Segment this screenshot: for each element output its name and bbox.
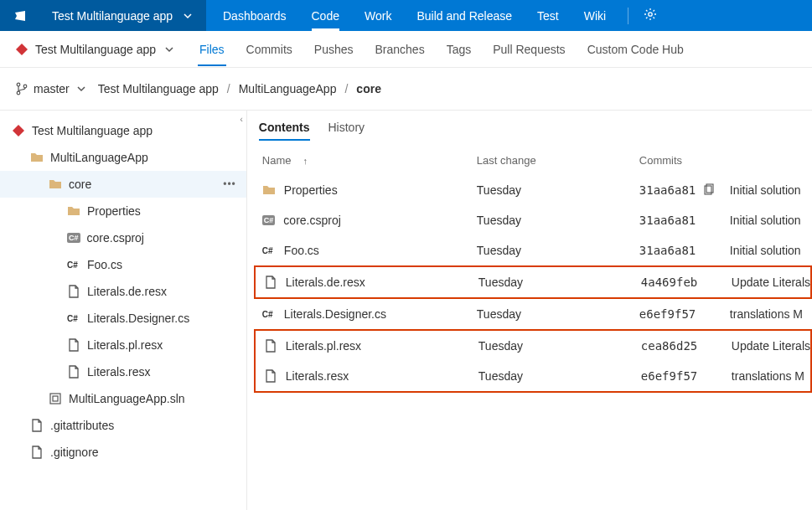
file-icon (30, 419, 44, 432)
content-tab-contents[interactable]: Contents (259, 121, 310, 141)
file-icon (67, 365, 80, 379)
file-name: Literals.resx (286, 369, 349, 383)
commit-hash[interactable]: cea86d25 (641, 339, 697, 353)
tree-item[interactable]: MultiLanguageApp (0, 144, 246, 171)
file-icon (67, 338, 80, 352)
commit-message: Update Literals (732, 276, 810, 289)
commit-hash[interactable]: 4a469feb (641, 276, 697, 289)
tree-item-label: Test Multilanguage app (32, 124, 153, 137)
tree-item[interactable]: .gitignore (0, 439, 246, 466)
csharp-icon: C# (67, 314, 80, 323)
folder-icon (262, 183, 276, 197)
branch-picker[interactable]: master (15, 82, 88, 95)
column-header-commits[interactable]: Commits (639, 154, 730, 167)
table-row[interactable]: Literals.resxTuesdaye6ef9f57translations… (259, 361, 810, 391)
sub-tab-branches[interactable]: Branches (374, 33, 427, 66)
tree-item[interactable]: Properties (0, 198, 246, 224)
diamond-icon (15, 43, 28, 56)
commit-message: Initial solution (730, 244, 812, 257)
breadcrumb-item[interactable]: MultiLanguageApp (239, 82, 337, 95)
table-row[interactable]: PropertiesTuesday31aa6a81Initial solutio… (257, 175, 812, 205)
file-name: Foo.cs (284, 244, 319, 257)
top-tab-dashboards[interactable]: Dashboards (223, 0, 287, 31)
commit-message: translations M (730, 307, 812, 321)
csharp-icon: C# (67, 260, 80, 270)
tree-item-label: Literals.resx (87, 365, 150, 379)
commit-hash[interactable]: e6ef9f57 (641, 369, 697, 383)
sub-tab-pushes[interactable]: Pushes (313, 33, 355, 66)
commit-message: Update Literals (732, 339, 810, 353)
commit-hash[interactable]: 31aa6a81 (639, 244, 696, 257)
table-row[interactable]: C#Foo.csTuesday31aa6a81Initial solution (257, 235, 812, 265)
table-row[interactable]: Literals.de.resxTuesday4a469febUpdate Li… (259, 267, 810, 297)
project-dropdown[interactable]: Test Multilanguage app (15, 43, 176, 56)
file-icon (264, 339, 277, 353)
column-header-change[interactable]: Last change (477, 154, 639, 167)
file-icon (67, 285, 80, 298)
commit-hash[interactable]: e6ef9f57 (639, 307, 696, 321)
tree-item[interactable]: Test Multilanguage app (0, 117, 246, 144)
tree-item[interactable]: core••• (0, 171, 246, 198)
sub-tab-custom-code-hub[interactable]: Custom Code Hub (586, 33, 685, 66)
svg-point-0 (649, 13, 652, 16)
commit-hash[interactable]: 31aa6a81 (639, 183, 696, 197)
top-tab-code[interactable]: Code (312, 0, 339, 31)
tree-item[interactable]: C#Foo.cs (0, 251, 246, 278)
tree-item-label: Literals.pl.resx (87, 338, 163, 352)
tree-item-label: MultiLanguageApp.sln (69, 392, 185, 405)
tree-item-label: MultiLanguageApp (50, 151, 148, 164)
collapse-sidebar-handle[interactable]: ‹ (240, 114, 243, 124)
sub-tab-pull-requests[interactable]: Pull Requests (491, 33, 566, 66)
highlighted-group: Literals.pl.resxTuesdaycea86d25Update Li… (254, 329, 812, 393)
tree-item-label: Foo.cs (87, 258, 122, 271)
file-table: Name↑ Last change Commits PropertiesTues… (257, 146, 812, 393)
breadcrumb-separator: / (225, 82, 232, 95)
breadcrumb-item: core (356, 82, 381, 95)
top-tab-work[interactable]: Work (365, 0, 391, 31)
content-tab-history[interactable]: History (328, 121, 365, 141)
table-header: Name↑ Last change Commits (257, 146, 812, 175)
column-header-name[interactable]: Name↑ (262, 154, 477, 167)
sub-tab-tags[interactable]: Tags (445, 33, 473, 66)
folder-icon (67, 204, 80, 218)
tree-item[interactable]: Literals.pl.resx (0, 332, 246, 358)
solution-icon (49, 392, 62, 405)
table-row[interactable]: C#core.csprojTuesday31aa6a81Initial solu… (257, 205, 812, 235)
sub-tab-commits[interactable]: Commits (245, 33, 294, 66)
top-tab-build-and-release[interactable]: Build and Release (416, 0, 512, 31)
vsts-logo[interactable] (0, 0, 40, 31)
highlighted-group: Literals.de.resxTuesday4a469febUpdate Li… (254, 265, 812, 299)
settings-button[interactable] (634, 8, 667, 23)
project-switcher[interactable]: Test Multilanguage app (40, 0, 206, 31)
last-change: Tuesday (478, 339, 641, 353)
tree-item-label: Properties (87, 204, 141, 218)
file-icon (264, 276, 277, 289)
tree-item[interactable]: MultiLanguageApp.sln (0, 385, 246, 412)
tree-item[interactable]: Literals.de.resx (0, 278, 246, 305)
last-change: Tuesday (477, 307, 639, 321)
table-row[interactable]: Literals.pl.resxTuesdaycea86d25Update Li… (259, 331, 810, 361)
top-tab-test[interactable]: Test (537, 0, 559, 31)
tree-item-label: core (69, 178, 91, 191)
branch-icon (15, 82, 28, 95)
copy-icon[interactable] (702, 183, 716, 197)
svg-point-1 (17, 83, 20, 86)
gear-icon (644, 8, 657, 21)
tree-item[interactable]: .gitattributes (0, 412, 246, 439)
top-divider (628, 8, 628, 24)
tree-item[interactable]: Literals.resx (0, 358, 246, 385)
more-actions-icon[interactable]: ••• (223, 178, 236, 190)
file-name: core.csproj (283, 214, 340, 227)
tree-item[interactable]: C#core.csproj (0, 224, 246, 251)
chevron-down-icon (163, 43, 176, 56)
tree-item[interactable]: C#Literals.Designer.cs (0, 305, 246, 332)
sub-tab-files[interactable]: Files (198, 33, 226, 66)
table-row[interactable]: C#Literals.Designer.csTuesdaye6ef9f57tra… (257, 299, 812, 329)
sort-asc-icon: ↑ (303, 156, 308, 166)
top-tab-wiki[interactable]: Wiki (584, 0, 606, 31)
commit-hash[interactable]: 31aa6a81 (639, 214, 696, 227)
diamond-icon (12, 124, 25, 137)
last-change: Tuesday (477, 214, 639, 227)
breadcrumb-item[interactable]: Test Multilanguage app (98, 82, 219, 95)
file-icon (30, 446, 44, 459)
